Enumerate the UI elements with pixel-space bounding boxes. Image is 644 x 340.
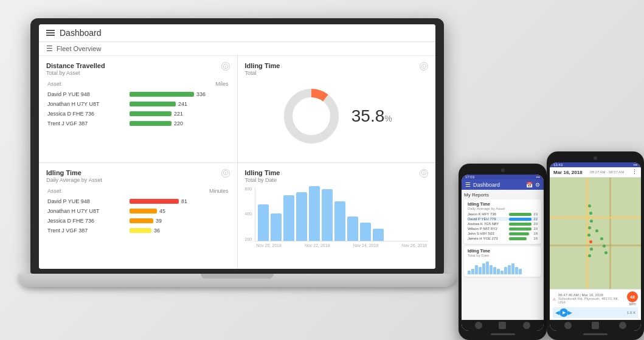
- asset-name: Jonathan H U7Y U8T: [47, 100, 128, 108]
- phone-right-home-bar: [583, 333, 608, 335]
- fleet-subheader: ☰ Fleet Overview: [39, 42, 435, 56]
- asset-name: Jessica D FHE 736: [47, 217, 128, 225]
- phone-bar: [509, 218, 531, 221]
- phone-bar: [509, 227, 531, 231]
- phone-chart-bar: [468, 271, 471, 274]
- distance-info-icon[interactable]: ⓘ: [221, 62, 230, 71]
- y-label-200: 200: [245, 237, 252, 241]
- phone-right-map: [550, 178, 641, 289]
- bar-cell: 336: [130, 90, 229, 99]
- list-item: John S H9Y 503 18: [468, 232, 538, 235]
- speed-value: 48: [630, 295, 635, 299]
- phone-chart-bar: [471, 269, 474, 274]
- next-btn[interactable]: ▶: [568, 310, 572, 316]
- bar-cell: 220: [130, 119, 229, 128]
- phone-right-status-bar: 13:43 ▪▪▪: [550, 162, 641, 167]
- phone-right-back-btn[interactable]: [564, 322, 572, 329]
- phone-chart-bar: [490, 265, 493, 274]
- phone-chart-bar: [508, 265, 511, 274]
- dashboard-title: Dashboard: [60, 28, 102, 38]
- idling-total-card: Idling Time Total ⓘ 35.8%: [238, 56, 436, 162]
- warning-icon: ⚠: [553, 297, 556, 301]
- speed-unit: MPH: [629, 302, 635, 306]
- speed-block: 48 MPH: [627, 291, 638, 306]
- phone-left-settings-icon[interactable]: ⚙: [535, 182, 540, 188]
- phone-idling-card: Idling Time Daily Average by Asset Jason…: [464, 199, 541, 244]
- filter-icon[interactable]: ☰: [46, 44, 53, 53]
- speed-badge: 48: [627, 291, 638, 302]
- phone-right-date: Mar 16, 2018: [553, 170, 583, 175]
- phone-chart-bar: [519, 269, 522, 274]
- bar-cell: 45: [130, 207, 229, 215]
- map-dots: [550, 190, 641, 289]
- phone-left-title: Dashboard: [473, 182, 500, 188]
- phone-right-bottom-card: ⚠ 06:47:40 AM | Mar 16, 2018 Schoolcraft…: [550, 289, 641, 320]
- map-dot: [588, 226, 591, 229]
- dashboard-header: Dashboard: [39, 24, 435, 42]
- phone-row-label: John S H9Y 503: [468, 232, 507, 235]
- phone-idling-chart-card: Idling Time Total by Date: [464, 246, 541, 277]
- nav-back-btn[interactable]: [475, 322, 482, 329]
- idling-daily-col-asset: Asset: [47, 188, 128, 196]
- phone-right-icons: ▪▪▪: [634, 163, 637, 167]
- dashboard-grid: Distance Travelled Total by Asset ⓘ Asse…: [39, 56, 435, 269]
- phone-right-outer: 13:43 ▪▪▪ Mar 16, 2018 08:27 AM - 08:57 …: [547, 151, 644, 340]
- bar-chart-area-wrapper: Nov 20, 2018 Nov 22, 2018 Nov 24, 2018 N…: [255, 187, 428, 248]
- table-row: Jonathan H U7Y U8T 45: [47, 207, 229, 215]
- phone-right-recent-btn[interactable]: [619, 322, 626, 329]
- chart-bar: [258, 204, 269, 241]
- phone-left-hamburger[interactable]: ☰: [465, 181, 471, 188]
- laptop-screen-outer: Dashboard ☰ Fleet Overview Distance Trav…: [30, 18, 444, 274]
- asset-name: Jessica D FHE 736: [47, 109, 128, 118]
- phone-idling-rows: Jason K HFY 736 23 David P YEU 779 22 An…: [468, 212, 538, 240]
- list-item: David P YEU 779 22: [468, 217, 538, 221]
- phone-row-label: Andrea K 7G5 N8Y: [468, 222, 507, 226]
- play-btn[interactable]: ▶: [559, 308, 568, 317]
- prev-btn[interactable]: ◀: [555, 310, 559, 316]
- phone-chart-bar: [493, 267, 496, 274]
- table-row: David P YUE 948 81: [47, 197, 229, 206]
- nav-recent-btn[interactable]: [523, 322, 530, 329]
- list-item: Andrea K 7G5 N8Y 20: [468, 222, 538, 226]
- zoom-label: 1.0 X: [627, 311, 635, 314]
- phone-chart-bar: [500, 271, 504, 274]
- idling-value: 39: [156, 218, 162, 224]
- phone-left-status-bar: 17:03 ▪▪▪: [462, 175, 544, 179]
- idling-daily-col-minutes: Minutes: [130, 188, 229, 196]
- bar-chart-bars: [255, 187, 428, 241]
- list-item: James H YGE 273 16: [468, 237, 538, 240]
- map-dot: [587, 234, 590, 237]
- phone-right-menu-icon[interactable]: ⋮: [632, 169, 637, 175]
- map-dot: [600, 237, 603, 240]
- phone-row-value: 23: [533, 212, 538, 216]
- asset-name: Jonathan H U7Y U8T: [47, 207, 128, 215]
- x-axis-labels: Nov 20, 2018 Nov 22, 2018 Nov 24, 2018 N…: [255, 243, 428, 248]
- idling-total-info-icon[interactable]: ⓘ: [420, 62, 428, 71]
- bar-chart: 600 400 200 Nov 20, 2018 Nov 22, 2018: [245, 187, 429, 260]
- idling-daily-title: Idling Time: [46, 169, 102, 176]
- phone-chart-bar: [482, 263, 485, 274]
- phone-row-value: 22: [533, 217, 538, 221]
- distance-col-asset: Asset: [47, 81, 128, 89]
- phone-right-home-btn[interactable]: [592, 322, 599, 329]
- phone-chart-bar: [475, 265, 478, 274]
- map-dot: [589, 240, 592, 243]
- phone-row-label: Jason K HFY 736: [468, 212, 507, 216]
- phone-left-calendar-icon[interactable]: 📅: [526, 182, 533, 188]
- idling-date-subtitle: Total by Date: [245, 177, 280, 183]
- list-item: Wilson P N5T 8Y2 20: [468, 227, 538, 231]
- donut-container: 35.8%: [245, 80, 429, 153]
- phone-idling-title: Idling Time: [468, 202, 538, 206]
- table-row: Trent J VGF 387 36: [47, 226, 229, 235]
- nav-home-btn[interactable]: [499, 322, 506, 329]
- idling-daily-info-icon[interactable]: ⓘ: [221, 169, 230, 178]
- x-label-2: Nov 24, 2018: [353, 243, 379, 248]
- laptop-notch: [201, 274, 274, 279]
- idling-date-info-icon[interactable]: ⓘ: [420, 169, 428, 178]
- idling-daily-card: Idling Time Daily Average by Asset ⓘ Ass…: [39, 163, 237, 269]
- distance-value: 336: [196, 91, 206, 97]
- phone-row-label: David P YEU 779: [468, 217, 507, 221]
- hamburger-icon[interactable]: [46, 30, 55, 36]
- y-axis: 600 400 200: [245, 187, 252, 241]
- phone-row-label: Wilson P N5T 8Y2: [468, 227, 507, 231]
